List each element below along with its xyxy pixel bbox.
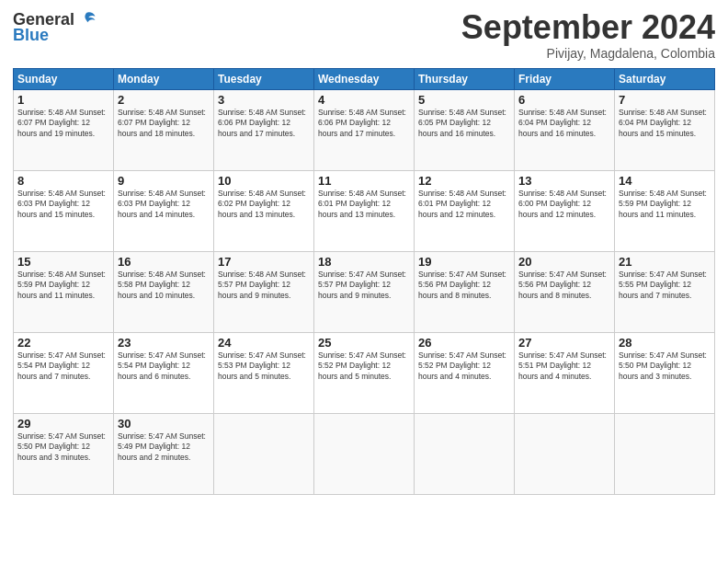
day-number: 15 (17, 255, 109, 269)
day-number: 10 (218, 174, 310, 188)
table-row: 25Sunrise: 5:47 AM Sunset: 5:52 PM Dayli… (314, 332, 415, 413)
table-row: 30Sunrise: 5:47 AM Sunset: 5:49 PM Dayli… (114, 413, 214, 494)
day-info: Sunrise: 5:47 AM Sunset: 5:53 PM Dayligh… (218, 350, 310, 382)
table-row: 28Sunrise: 5:47 AM Sunset: 5:50 PM Dayli… (615, 332, 715, 413)
table-row: 2Sunrise: 5:48 AM Sunset: 6:07 PM Daylig… (114, 89, 214, 170)
day-number: 22 (17, 336, 109, 350)
table-row: 9Sunrise: 5:48 AM Sunset: 6:03 PM Daylig… (114, 170, 214, 251)
day-info: Sunrise: 5:47 AM Sunset: 5:54 PM Dayligh… (17, 350, 109, 382)
day-number: 9 (118, 174, 210, 188)
table-row: 17Sunrise: 5:48 AM Sunset: 5:57 PM Dayli… (214, 251, 314, 332)
col-tuesday: Tuesday (214, 68, 314, 89)
day-number: 18 (318, 255, 410, 269)
logo-blue: Blue (13, 26, 49, 45)
day-info: Sunrise: 5:48 AM Sunset: 6:01 PM Dayligh… (318, 189, 410, 220)
table-row: 18Sunrise: 5:47 AM Sunset: 5:57 PM Dayli… (314, 251, 415, 332)
location-subtitle: Pivijay, Magdalena, Colombia (461, 46, 715, 61)
table-row: 13Sunrise: 5:48 AM Sunset: 6:00 PM Dayli… (515, 170, 615, 251)
logo: General Blue (13, 9, 97, 45)
table-row (214, 413, 314, 494)
table-row: 11Sunrise: 5:48 AM Sunset: 6:01 PM Dayli… (314, 170, 415, 251)
day-info: Sunrise: 5:47 AM Sunset: 5:50 PM Dayligh… (17, 431, 109, 463)
table-row: 21Sunrise: 5:47 AM Sunset: 5:55 PM Dayli… (615, 251, 715, 332)
day-number: 26 (418, 336, 510, 350)
day-number: 2 (118, 93, 210, 107)
table-row: 24Sunrise: 5:47 AM Sunset: 5:53 PM Dayli… (214, 332, 314, 413)
day-info: Sunrise: 5:47 AM Sunset: 5:52 PM Dayligh… (318, 350, 410, 382)
day-info: Sunrise: 5:48 AM Sunset: 6:06 PM Dayligh… (318, 108, 410, 139)
day-info: Sunrise: 5:48 AM Sunset: 6:02 PM Dayligh… (218, 189, 310, 220)
day-info: Sunrise: 5:48 AM Sunset: 6:07 PM Dayligh… (17, 108, 109, 139)
day-number: 1 (17, 93, 109, 107)
day-info: Sunrise: 5:47 AM Sunset: 5:57 PM Dayligh… (318, 270, 410, 301)
table-row: 14Sunrise: 5:48 AM Sunset: 5:59 PM Dayli… (615, 170, 715, 251)
calendar-week-row: 29Sunrise: 5:47 AM Sunset: 5:50 PM Dayli… (14, 413, 715, 494)
table-row: 3Sunrise: 5:48 AM Sunset: 6:06 PM Daylig… (214, 89, 314, 170)
table-row (314, 413, 415, 494)
table-row: 4Sunrise: 5:48 AM Sunset: 6:06 PM Daylig… (314, 89, 415, 170)
day-number: 12 (418, 174, 510, 188)
day-number: 29 (17, 417, 109, 431)
table-row: 6Sunrise: 5:48 AM Sunset: 6:04 PM Daylig… (515, 89, 615, 170)
calendar-week-row: 22Sunrise: 5:47 AM Sunset: 5:54 PM Dayli… (14, 332, 715, 413)
calendar-week-row: 1Sunrise: 5:48 AM Sunset: 6:07 PM Daylig… (14, 89, 715, 170)
calendar-header-row: Sunday Monday Tuesday Wednesday Thursday… (14, 68, 715, 89)
day-info: Sunrise: 5:47 AM Sunset: 5:51 PM Dayligh… (518, 350, 610, 382)
day-number: 6 (518, 93, 610, 107)
calendar-week-row: 15Sunrise: 5:48 AM Sunset: 5:59 PM Dayli… (14, 251, 715, 332)
table-row: 29Sunrise: 5:47 AM Sunset: 5:50 PM Dayli… (14, 413, 114, 494)
table-row: 15Sunrise: 5:48 AM Sunset: 5:59 PM Dayli… (14, 251, 114, 332)
day-number: 4 (318, 93, 410, 107)
table-row: 12Sunrise: 5:48 AM Sunset: 6:01 PM Dayli… (415, 170, 515, 251)
day-number: 3 (218, 93, 310, 107)
table-row: 8Sunrise: 5:48 AM Sunset: 6:03 PM Daylig… (14, 170, 114, 251)
table-row: 22Sunrise: 5:47 AM Sunset: 5:54 PM Dayli… (14, 332, 114, 413)
day-info: Sunrise: 5:48 AM Sunset: 5:59 PM Dayligh… (17, 270, 109, 301)
day-number: 24 (218, 336, 310, 350)
day-info: Sunrise: 5:48 AM Sunset: 6:00 PM Dayligh… (518, 189, 610, 220)
day-info: Sunrise: 5:47 AM Sunset: 5:56 PM Dayligh… (418, 270, 510, 301)
day-info: Sunrise: 5:47 AM Sunset: 5:49 PM Dayligh… (118, 431, 210, 463)
col-wednesday: Wednesday (314, 68, 415, 89)
table-row: 1Sunrise: 5:48 AM Sunset: 6:07 PM Daylig… (14, 89, 114, 170)
day-info: Sunrise: 5:47 AM Sunset: 5:54 PM Dayligh… (118, 350, 210, 382)
title-block: September 2024 Pivijay, Magdalena, Colom… (461, 9, 715, 61)
table-row: 10Sunrise: 5:48 AM Sunset: 6:02 PM Dayli… (214, 170, 314, 251)
day-info: Sunrise: 5:48 AM Sunset: 5:59 PM Dayligh… (619, 189, 711, 220)
day-number: 7 (619, 93, 711, 107)
day-number: 28 (619, 336, 711, 350)
logo-bird-icon (76, 9, 97, 29)
day-number: 16 (118, 255, 210, 269)
day-number: 27 (518, 336, 610, 350)
day-number: 14 (619, 174, 711, 188)
table-row: 23Sunrise: 5:47 AM Sunset: 5:54 PM Dayli… (114, 332, 214, 413)
day-info: Sunrise: 5:48 AM Sunset: 6:03 PM Dayligh… (17, 189, 109, 220)
day-info: Sunrise: 5:48 AM Sunset: 6:07 PM Dayligh… (118, 108, 210, 139)
table-row: 5Sunrise: 5:48 AM Sunset: 6:05 PM Daylig… (415, 89, 515, 170)
table-row: 26Sunrise: 5:47 AM Sunset: 5:52 PM Dayli… (415, 332, 515, 413)
day-info: Sunrise: 5:48 AM Sunset: 6:06 PM Dayligh… (218, 108, 310, 139)
table-row: 16Sunrise: 5:48 AM Sunset: 5:58 PM Dayli… (114, 251, 214, 332)
calendar-table: Sunday Monday Tuesday Wednesday Thursday… (13, 68, 715, 495)
table-row: 27Sunrise: 5:47 AM Sunset: 5:51 PM Dayli… (515, 332, 615, 413)
day-info: Sunrise: 5:47 AM Sunset: 5:52 PM Dayligh… (418, 350, 510, 382)
table-row (415, 413, 515, 494)
day-number: 5 (418, 93, 510, 107)
month-title: September 2024 (461, 9, 715, 46)
day-info: Sunrise: 5:48 AM Sunset: 5:57 PM Dayligh… (218, 270, 310, 301)
day-number: 19 (418, 255, 510, 269)
day-number: 30 (118, 417, 210, 431)
day-number: 17 (218, 255, 310, 269)
col-friday: Friday (515, 68, 615, 89)
table-row (615, 413, 715, 494)
page: General Blue September 2024 Pivijay, Mag… (0, 0, 728, 563)
calendar-week-row: 8Sunrise: 5:48 AM Sunset: 6:03 PM Daylig… (14, 170, 715, 251)
day-number: 25 (318, 336, 410, 350)
table-row: 19Sunrise: 5:47 AM Sunset: 5:56 PM Dayli… (415, 251, 515, 332)
col-sunday: Sunday (14, 68, 114, 89)
col-monday: Monday (114, 68, 214, 89)
day-info: Sunrise: 5:48 AM Sunset: 6:05 PM Dayligh… (418, 108, 510, 139)
table-row (515, 413, 615, 494)
day-info: Sunrise: 5:48 AM Sunset: 6:04 PM Dayligh… (619, 108, 711, 139)
header: General Blue September 2024 Pivijay, Mag… (13, 9, 715, 61)
